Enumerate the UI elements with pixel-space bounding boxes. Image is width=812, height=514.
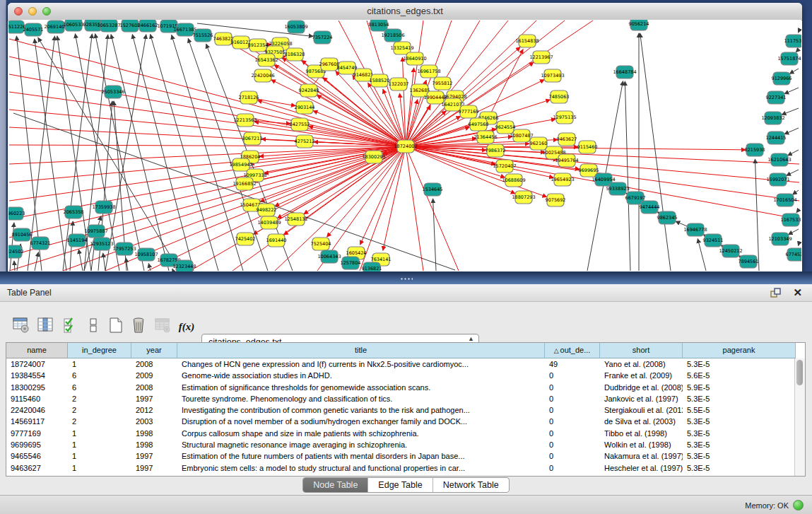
graph-edge[interactable] <box>792 190 799 194</box>
graph-node-8427552[interactable]: 8427552 <box>290 118 310 131</box>
function-builder-button[interactable]: f(x) <box>178 318 195 335</box>
table-row[interactable]: 1938455462009Genome-wide association stu… <box>6 370 805 381</box>
graph-node-12213563[interactable]: 12213563 <box>233 114 257 127</box>
column-header-short[interactable]: short <box>600 343 683 358</box>
graph-node-25053346[interactable]: 25053346 <box>101 86 124 98</box>
graph-node-12213967[interactable]: 12213967 <box>529 51 553 64</box>
graph-node-9227341[interactable]: 9227341 <box>766 91 787 104</box>
graph-node-12935123[interactable]: 12935123 <box>90 238 113 250</box>
graph-node-2903144[interactable]: 2903144 <box>295 101 315 114</box>
graph-node-16154838[interactable]: 16154838 <box>515 35 539 47</box>
graph-node-1244415[interactable]: 1244415 <box>766 132 787 144</box>
tab-node-table[interactable]: Node Table <box>303 478 368 492</box>
graph-node-19495764[interactable]: 19495764 <box>555 154 578 167</box>
graph-node-15751874[interactable]: 15751874 <box>777 52 801 65</box>
create-column-button[interactable] <box>107 317 124 334</box>
row-options-button[interactable] <box>85 317 102 334</box>
graph-node-18724007[interactable]: 18724007 <box>394 140 417 153</box>
graph-node-9624554[interactable]: 9624554 <box>495 121 516 134</box>
column-header-title[interactable]: title <box>177 343 545 358</box>
graph-node-8186328[interactable]: 8186328 <box>285 48 305 61</box>
graph-node-19166852[interactable]: 19166852 <box>233 177 256 190</box>
graph-node-9056214[interactable]: 9056214 <box>629 20 649 30</box>
graph-node-9463627[interactable]: 9463627 <box>557 133 577 146</box>
graph-node-9324502[interactable]: 9324502 <box>8 245 23 258</box>
column-header-in_degree[interactable]: in_degree <box>68 343 131 358</box>
graph-node-10973493[interactable]: 10973493 <box>541 69 564 82</box>
graph-node-7986372[interactable]: 7986372 <box>486 144 506 157</box>
table-scrollbar-thumb[interactable] <box>796 360 803 385</box>
graph-node-1167533[interactable]: 1167533 <box>781 214 801 226</box>
graph-node-1060533[interactable]: 1060533 <box>64 20 84 31</box>
column-header-year[interactable]: year <box>131 343 177 358</box>
graph-node-10064343[interactable]: 10064343 <box>317 250 341 263</box>
graph-edge[interactable] <box>796 49 799 52</box>
graph-edge[interactable] <box>9 74 406 146</box>
table-row[interactable]: 1456911722003Disruption of a novel membe… <box>6 416 805 427</box>
graph-node-7955812[interactable]: 7955812 <box>433 77 453 90</box>
delete-column-trash-button[interactable] <box>130 317 147 334</box>
column-header-name[interactable]: name <box>6 343 68 358</box>
graph-node-9242848[interactable]: 9242848 <box>299 84 319 97</box>
graph-node-10688609[interactable]: 10688609 <box>502 174 525 187</box>
graph-node-12103349[interactable]: 12103349 <box>768 233 792 245</box>
graph-node-6774321[interactable]: 6774321 <box>30 237 51 250</box>
graph-edge[interactable] <box>406 146 799 164</box>
graph-node-18300295[interactable]: 18300295 <box>362 151 385 163</box>
graph-node-8215938[interactable]: 8215938 <box>745 144 765 156</box>
graph-node-8466162[interactable]: 8466162 <box>138 20 158 32</box>
graph-node-17016504[interactable]: 17016504 <box>773 194 796 206</box>
table-scrollbar[interactable] <box>794 358 805 476</box>
graph-edge[interactable] <box>796 210 799 213</box>
graph-node-18807293[interactable]: 18807293 <box>512 191 535 204</box>
graph-node-7485063[interactable]: 7485063 <box>549 90 570 103</box>
graph-edge[interactable] <box>625 81 630 271</box>
graph-edge[interactable] <box>798 32 799 33</box>
graph-node-12548132[interactable]: 12548132 <box>284 213 307 226</box>
graph-edge[interactable] <box>190 146 406 271</box>
delete-table-disabled-button[interactable] <box>154 317 171 334</box>
graph-node-15992071[interactable]: 15992071 <box>766 173 789 186</box>
graph-node-19654923[interactable]: 19654923 <box>551 173 574 186</box>
graph-node-7525404[interactable]: 7525404 <box>311 238 331 250</box>
graph-node-9075692[interactable]: 9075692 <box>546 194 566 206</box>
graph-node-2405571[interactable]: 2405571 <box>23 23 44 36</box>
graph-node-16543362[interactable]: 16543362 <box>254 54 278 66</box>
show-columns-button[interactable] <box>37 317 54 334</box>
table-row[interactable]: 969969511998Structural magnetic resonanc… <box>6 439 805 450</box>
graph-node-9129966[interactable]: 9129966 <box>772 72 792 85</box>
graph-node-16648784[interactable]: 16648784 <box>613 66 636 78</box>
graph-node-962160[interactable]: 962160 <box>530 137 548 150</box>
graph-node-9324511[interactable]: 9324511 <box>703 234 724 247</box>
graph-node-9115460[interactable]: 9115460 <box>577 141 598 153</box>
graph-edge[interactable] <box>38 37 180 271</box>
graph-node-1534645[interactable]: 1534645 <box>423 183 443 196</box>
graph-edge[interactable] <box>9 92 406 146</box>
graph-node-1322037[interactable]: 1322037 <box>389 78 409 90</box>
graph-node-15720407[interactable]: 15720407 <box>493 160 516 173</box>
graph-node-14039489[interactable]: 14039489 <box>257 216 281 229</box>
graph-node-12450212[interactable]: 12450212 <box>719 245 742 257</box>
graph-node-7515526[interactable]: 7515526 <box>193 29 213 42</box>
panel-splitter-handle[interactable] <box>400 277 413 281</box>
graph-node-7357224[interactable]: 7357224 <box>312 31 333 44</box>
graph-node-16053809[interactable]: 16053809 <box>284 21 307 33</box>
graph-edge[interactable] <box>755 159 759 271</box>
graph-edge[interactable] <box>9 146 406 182</box>
float-panel-icon[interactable] <box>770 288 781 298</box>
graph-edge[interactable] <box>788 229 799 235</box>
tab-network-table[interactable]: Network Table <box>433 478 509 492</box>
close-panel-icon[interactable]: ✕ <box>793 286 802 299</box>
table-row[interactable]: 946362711997Embryonic stem cells: a mode… <box>6 462 805 474</box>
graph-edge[interactable] <box>9 145 406 146</box>
graph-edge[interactable] <box>640 33 671 271</box>
graph-node-1117533[interactable]: 1117533 <box>784 35 801 47</box>
graph-node-12093832[interactable]: 12093832 <box>761 112 784 124</box>
graph-node-1257804[interactable]: 1257804 <box>341 257 361 269</box>
graph-edge[interactable] <box>172 35 243 271</box>
graph-node-2718126[interactable]: 2718126 <box>239 91 259 104</box>
memory-status[interactable]: Memory: OK <box>745 500 804 510</box>
table-row[interactable]: 911546021997Tourette syndrome. Phenomeno… <box>6 393 805 404</box>
graph-node-9136821[interactable]: 9136821 <box>362 262 382 271</box>
graph-edge[interactable] <box>788 150 799 156</box>
